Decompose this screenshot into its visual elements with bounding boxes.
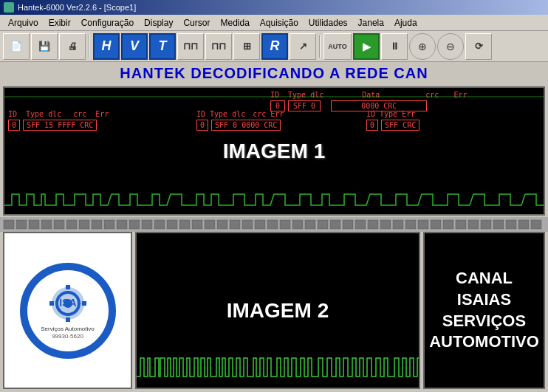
menu-medida[interactable]: Medida [216,16,253,30]
svg-rect-11 [117,220,127,229]
svg-rect-30 [355,220,366,229]
svg-rect-8 [79,220,89,229]
toolbar-wave1-button[interactable]: ⊓⊓ [177,33,204,60]
can-data-middle: IDType dlccrcErr 0 SFF 0 0000 CRC [196,110,284,131]
right-text-panel: CANAL ISAIAS SERVIÇOS AUTOMOTIVO [423,232,545,389]
svg-rect-7 [66,220,77,229]
svg-rect-32 [380,220,391,229]
toolbar-t-button[interactable]: T [149,33,176,60]
menu-display[interactable]: Display [140,16,177,30]
menu-arquivo[interactable]: Arquivo [4,16,43,30]
toolbar-measure-button[interactable]: ⟳ [465,33,492,60]
svg-rect-2 [4,220,14,229]
svg-rect-43 [518,220,529,229]
svg-rect-36 [431,220,441,229]
toolbar-sep-2 [319,35,321,58]
logo-inner: ISA Serviços Automotivo 99930-5620 [27,270,109,351]
svg-rect-29 [343,220,353,229]
right-text-isaias: ISAIAS [457,289,511,311]
toolbar-run-button[interactable]: ▶ [353,33,380,60]
toolbar-pause-button[interactable]: ⏸ [381,33,408,60]
svg-rect-27 [318,220,328,229]
toolbar-r-button[interactable]: R [261,33,288,60]
svg-rect-5 [41,220,52,229]
can-data-right-bottom: IDTypeErr 0 SFF CRC [366,110,419,131]
imagem2-waveform [137,351,419,388]
svg-rect-3 [16,220,27,229]
svg-rect-24 [280,220,290,229]
svg-rect-40 [481,220,491,229]
app-icon [4,2,14,13]
menu-cursor[interactable]: Cursor [179,16,214,30]
svg-rect-39 [468,220,479,229]
toolbar-v-button[interactable]: V [121,33,148,60]
toolbar-grid-button[interactable]: ⊞ [233,33,260,60]
svg-text:ISA: ISA [59,297,76,309]
toolbar-auto-button[interactable]: AUTO [323,33,352,60]
svg-rect-50 [49,301,54,306]
toolbar-save-button[interactable]: 🖨 [59,33,86,60]
toolbar-cursor-button[interactable]: ↗ [290,33,316,60]
logo-panel: ISA Serviços Automotivo 99930-5620 [3,232,132,389]
waveform-top-svg [4,89,544,104]
divider-strip [0,217,548,232]
scope-top-panel: IDType dlcDatacrcErr 0 SFF 0 0000 CRC ID… [3,86,545,216]
can-data-left: IDType dlccrcErr 0 SFF 15 FFFF CRC [8,110,109,131]
svg-rect-44 [531,220,541,229]
waveform-bottom-svg [4,190,544,213]
imagem2-label: IMAGEM 2 [227,299,329,323]
toolbar-wave2-button[interactable]: ⊓⊓ [205,33,232,60]
svg-rect-14 [154,220,165,229]
toolbar-new-button[interactable]: 📄 [3,33,30,60]
svg-rect-35 [418,220,428,229]
svg-rect-23 [267,220,278,229]
svg-rect-18 [205,220,215,229]
right-text-canal: CANAL [456,268,513,289]
divider-pattern-svg [0,217,548,232]
svg-rect-15 [167,220,177,229]
logo-circle: ISA Serviços Automotivo 99930-5620 [20,263,116,359]
menu-utilidades[interactable]: Utilidades [304,16,352,30]
svg-rect-9 [92,220,102,229]
svg-rect-17 [192,220,202,229]
menu-configuracao[interactable]: Configuração [77,16,138,30]
svg-rect-33 [393,220,403,229]
main-area: HANTEK DECODIFICANDO A REDE CAN IDType d… [0,62,548,392]
svg-rect-20 [230,220,240,229]
toolbar-open-button[interactable]: 💾 [31,33,58,60]
toolbar-sep-1 [89,35,90,58]
toolbar-h-button[interactable]: H [93,33,120,60]
gear-svg: ISA [42,281,94,326]
menu-exibir[interactable]: Exibir [44,16,75,30]
svg-rect-26 [305,220,315,229]
svg-rect-49 [66,317,70,322]
svg-rect-34 [405,220,416,229]
logo-phone: 99930-5620 [52,333,83,340]
menu-aquisicao[interactable]: Aquisição [256,16,303,30]
svg-rect-41 [493,220,504,229]
imagem1-label: IMAGEM 1 [223,140,325,163]
title-banner: HANTEK DECODIFICANDO A REDE CAN [0,62,548,85]
svg-rect-42 [506,220,516,229]
svg-rect-6 [54,220,64,229]
menu-janela[interactable]: Janela [354,16,388,30]
menu-ajuda[interactable]: Ajuda [390,16,422,30]
toolbar: 📄 💾 🖨 H V T ⊓⊓ ⊓⊓ ⊞ R ↗ AUTO ▶ ⏸ ⊕ ⊖ ⟳ [0,31,548,62]
menu-bar: Arquivo Exibir Configuração Display Curs… [0,15,548,31]
right-text-servicos: SERVIÇOS [442,311,526,332]
svg-rect-12 [129,220,140,229]
toolbar-zoom-in-button[interactable]: ⊕ [409,33,436,60]
toolbar-zoom-out-button[interactable]: ⊖ [437,33,464,60]
svg-rect-31 [368,220,378,229]
svg-rect-38 [456,220,466,229]
svg-rect-16 [179,220,190,229]
scope-bottom-panel: IMAGEM 2 [135,232,420,389]
scope-bottom-row: ISA Serviços Automotivo 99930-5620 IMAGE… [3,232,545,389]
svg-rect-37 [443,220,453,229]
logo-subtext: Serviços Automotivo [41,326,94,333]
title-bar-text: Hantek-6000 Ver2.2.6 - [Scope1] [18,3,136,12]
title-banner-text: HANTEK DECODIFICANDO A REDE CAN [120,65,428,81]
svg-rect-4 [29,220,39,229]
svg-rect-21 [242,220,253,229]
title-bar: Hantek-6000 Ver2.2.6 - [Scope1] [0,0,548,15]
